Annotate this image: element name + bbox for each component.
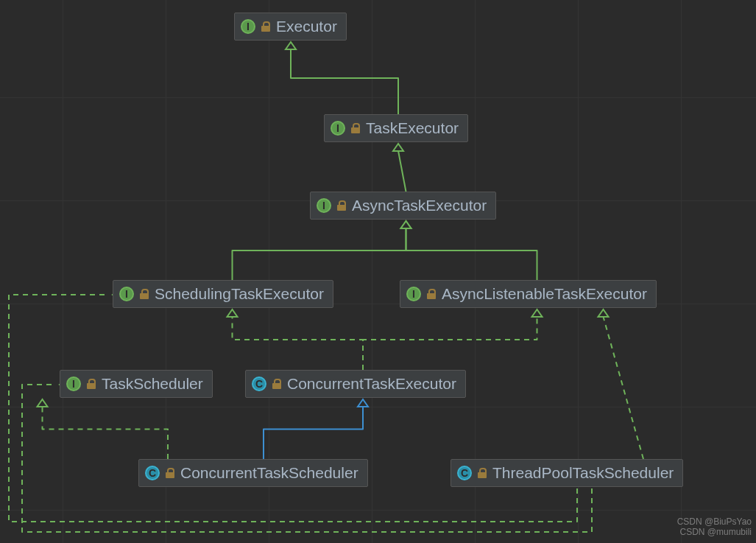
lock-icon xyxy=(140,289,149,299)
node-label: Executor xyxy=(276,18,337,35)
node-async-listenable-task-executor[interactable]: I AsyncListenableTaskExecutor xyxy=(400,280,657,308)
watermark-line-2: CSDN @mumubili xyxy=(677,527,752,537)
node-task-scheduler[interactable]: I TaskScheduler xyxy=(60,370,213,398)
watermark-line-1: CSDN @BiuPsYao xyxy=(677,516,752,527)
lock-icon xyxy=(478,468,487,478)
node-label: ConcurrentTaskExecutor xyxy=(287,375,456,393)
lock-icon xyxy=(166,468,174,478)
node-label: ThreadPoolTaskScheduler xyxy=(492,464,674,482)
interface-icon: I xyxy=(317,198,331,213)
node-task-executor[interactable]: I TaskExecutor xyxy=(324,114,468,142)
class-icon: C xyxy=(145,466,160,480)
interface-icon: I xyxy=(241,19,255,34)
interface-icon: I xyxy=(119,287,134,301)
node-concurrent-task-executor[interactable]: C ConcurrentTaskExecutor xyxy=(245,370,466,398)
interface-icon: I xyxy=(406,287,421,301)
lock-icon xyxy=(261,21,270,32)
lock-icon xyxy=(351,123,360,133)
class-icon: C xyxy=(252,376,266,391)
node-scheduling-task-executor[interactable]: I SchedulingTaskExecutor xyxy=(113,280,333,308)
node-concurrent-task-scheduler[interactable]: C ConcurrentTaskScheduler xyxy=(138,459,368,487)
interface-icon: I xyxy=(66,376,81,391)
class-icon: C xyxy=(457,466,472,480)
node-executor[interactable]: I Executor xyxy=(234,13,347,41)
interface-icon: I xyxy=(331,121,345,136)
lock-icon xyxy=(337,200,346,211)
node-label: SchedulingTaskExecutor xyxy=(155,285,324,303)
node-thread-pool-task-scheduler[interactable]: C ThreadPoolTaskScheduler xyxy=(451,459,683,487)
node-label: ConcurrentTaskScheduler xyxy=(180,464,358,482)
node-label: AsyncTaskExecutor xyxy=(352,197,487,214)
watermark: CSDN @BiuPsYao CSDN @mumubili xyxy=(677,516,752,537)
node-async-task-executor[interactable]: I AsyncTaskExecutor xyxy=(310,192,496,220)
node-label: AsyncListenableTaskExecutor xyxy=(442,285,647,303)
node-label: TaskScheduler xyxy=(102,375,203,393)
lock-icon xyxy=(272,379,281,389)
node-label: TaskExecutor xyxy=(366,119,459,137)
lock-icon xyxy=(427,289,436,299)
lock-icon xyxy=(87,379,96,389)
